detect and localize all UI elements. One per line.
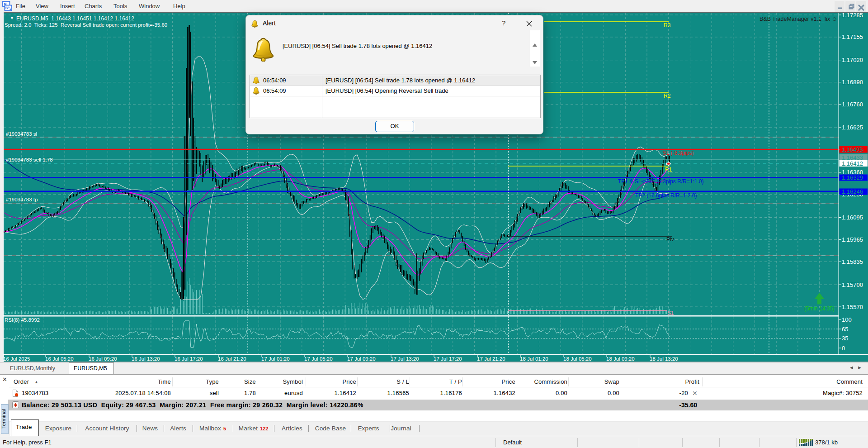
svg-text:35: 35: [842, 335, 848, 342]
svg-text:1.16495: 1.16495: [842, 146, 863, 153]
svg-text:1.17155: 1.17155: [842, 33, 863, 40]
svg-text:1.16329: 1.16329: [842, 174, 863, 181]
svg-text:1.15700: 1.15700: [842, 281, 863, 288]
svg-text:1.16246: 1.16246: [842, 188, 863, 195]
svg-text:1.15965: 1.15965: [842, 236, 863, 243]
svg-text:1.16890: 1.16890: [842, 79, 863, 86]
svg-text:0: 0: [842, 345, 845, 352]
svg-text:65: 65: [842, 326, 848, 333]
svg-text:1.16625: 1.16625: [842, 124, 863, 131]
svg-text:1.17020: 1.17020: [842, 57, 863, 63]
svg-text:1.15835: 1.15835: [842, 258, 863, 265]
svg-text:1.16760: 1.16760: [842, 101, 863, 108]
svg-text:100: 100: [842, 316, 852, 323]
svg-text:1.16095: 1.16095: [842, 214, 863, 221]
svg-text:1.17285: 1.17285: [842, 12, 863, 19]
svg-text:1.15570: 1.15570: [842, 304, 863, 310]
svg-text:1.16412: 1.16412: [842, 160, 863, 167]
